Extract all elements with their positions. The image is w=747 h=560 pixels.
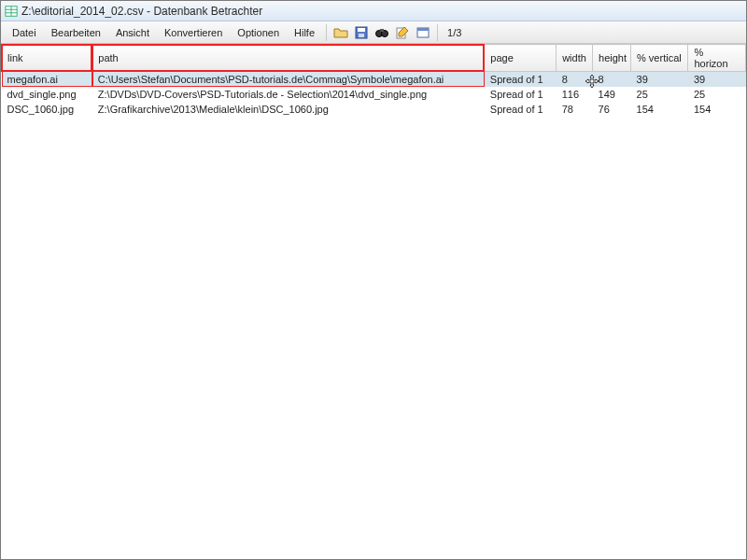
separator [437, 24, 438, 41]
cell-horizontal: 25 [688, 87, 746, 102]
cell-link: megafon.ai [2, 72, 92, 87]
cell-height: 76 [593, 102, 631, 117]
menu-hilfe[interactable]: Hilfe [287, 24, 322, 41]
cell-page: Spread of 1 [485, 72, 557, 87]
cell-link: dvd_single.png [2, 87, 92, 102]
folder-open-icon[interactable] [332, 24, 349, 41]
binoculars-icon[interactable] [374, 24, 390, 41]
menu-bearbeiten[interactable]: Bearbeiten [44, 24, 108, 41]
cell-horizontal: 39 [688, 72, 746, 87]
col-header-path[interactable]: path [92, 45, 485, 72]
menu-datei[interactable]: Datei [5, 24, 44, 41]
svg-rect-5 [358, 28, 365, 32]
app-window: Z:\editorial_2014_02.csv - Datenbank Bet… [0, 0, 747, 560]
cell-link: DSC_1060.jpg [2, 102, 92, 117]
cell-page: Spread of 1 [485, 102, 557, 117]
menu-konvertieren[interactable]: Konvertieren [157, 24, 230, 41]
cell-width: 116 [557, 87, 593, 102]
menu-optionen[interactable]: Optionen [230, 24, 287, 41]
row-counter: 1/3 [447, 27, 461, 38]
col-header-link[interactable]: link [2, 45, 92, 72]
cell-path: Z:\DVDs\DVD-Covers\PSD-Tutorials.de - Se… [92, 87, 485, 102]
cell-path: C:\Users\Stefan\Documents\PSD-tutorials.… [92, 72, 485, 87]
menu-ansicht[interactable]: Ansicht [108, 24, 157, 41]
col-header-height[interactable]: height [593, 45, 631, 72]
table-header-row: link path page width height % vertical %… [2, 45, 746, 72]
data-table: link path page width height % vertical %… [1, 44, 746, 117]
table-row[interactable]: dvd_single.pngZ:\DVDs\DVD-Covers\PSD-Tut… [2, 87, 746, 102]
table-row[interactable]: megafon.aiC:\Users\Stefan\Documents\PSD-… [2, 72, 746, 87]
svg-rect-12 [417, 28, 429, 31]
svg-rect-9 [380, 29, 384, 32]
col-header-width[interactable]: width [557, 45, 593, 72]
svg-rect-6 [359, 34, 364, 37]
table-viewport[interactable]: link path page width height % vertical %… [1, 44, 746, 559]
menubar: Datei Bearbeiten Ansicht Konvertieren Op… [1, 21, 746, 44]
titlebar[interactable]: Z:\editorial_2014_02.csv - Datenbank Bet… [1, 1, 746, 21]
cell-vertical: 39 [631, 72, 688, 87]
cell-width: 78 [557, 102, 593, 117]
edit-icon[interactable] [394, 24, 411, 41]
cell-vertical: 25 [631, 87, 688, 102]
save-icon[interactable] [353, 24, 370, 41]
highlight-box [92, 72, 485, 87]
col-header-page[interactable]: page [485, 45, 557, 72]
highlight-box [2, 72, 92, 87]
cell-page: Spread of 1 [485, 87, 557, 102]
highlight-box [92, 44, 485, 72]
window-title: Z:\editorial_2014_02.csv - Datenbank Bet… [21, 5, 262, 18]
cell-vertical: 154 [631, 102, 688, 117]
col-header-horizontal[interactable]: % horizon [688, 45, 746, 72]
cell-path: Z:\Grafikarchive\2013\Mediale\klein\DSC_… [92, 102, 485, 117]
cell-height: 8 [593, 72, 631, 87]
cell-width: 8 [557, 72, 593, 87]
table-row[interactable]: DSC_1060.jpgZ:\Grafikarchive\2013\Medial… [2, 102, 746, 117]
cell-height: 149 [593, 87, 631, 102]
window-icon[interactable] [415, 24, 431, 41]
cell-horizontal: 154 [688, 102, 746, 117]
col-header-vertical[interactable]: % vertical [631, 45, 688, 72]
separator [326, 24, 327, 41]
spreadsheet-icon [5, 5, 18, 18]
